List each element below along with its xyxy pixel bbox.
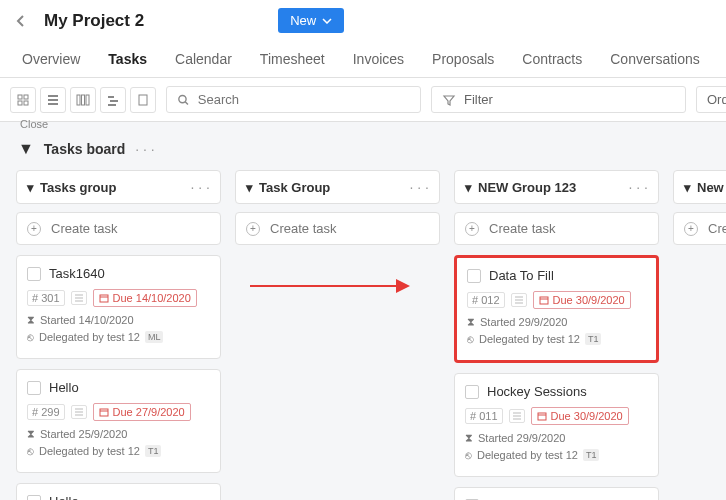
tab-invoices[interactable]: Invoices: [339, 41, 418, 77]
chevron-down-icon[interactable]: ▾: [27, 180, 34, 195]
create-task-button[interactable]: +Create task: [16, 212, 221, 245]
titlebar: My Project 2 New: [0, 0, 726, 41]
topbar: My Project 2 New OverviewTasksCalendarTi…: [0, 0, 726, 78]
link-icon: ⎋: [27, 331, 34, 343]
svg-rect-1: [24, 95, 28, 99]
back-button[interactable]: [12, 12, 30, 30]
avatar: ML: [145, 331, 164, 343]
svg-rect-0: [18, 95, 22, 99]
view-board-button[interactable]: [70, 87, 96, 113]
chevron-down-icon[interactable]: ▾: [246, 180, 253, 195]
due-badge: Due 14/10/2020: [93, 289, 197, 307]
board-header: ▼ Tasks board · · ·: [0, 128, 726, 170]
card-icon: [16, 93, 30, 107]
filter-box[interactable]: Filter: [431, 86, 686, 113]
board-more-button[interactable]: · · ·: [135, 141, 154, 157]
tab-timesheet[interactable]: Timesheet: [246, 41, 339, 77]
column-header: ▾Task Group· · ·: [235, 170, 440, 204]
new-button-label: New: [290, 13, 316, 28]
tab-overview[interactable]: Overview: [8, 41, 94, 77]
task-checkbox[interactable]: [27, 267, 41, 281]
create-task-button[interactable]: +Create task: [454, 212, 659, 245]
svg-rect-3: [24, 101, 28, 105]
svg-rect-19: [100, 295, 108, 302]
avatar: T1: [583, 449, 600, 461]
tab-contracts[interactable]: Contracts: [508, 41, 596, 77]
timeline-icon: [106, 93, 120, 107]
view-timeline-button[interactable]: [100, 87, 126, 113]
delegated-row: ⎋Delegated by test 12 T1: [27, 445, 210, 457]
collapse-icon[interactable]: ▼: [18, 140, 34, 158]
task-card[interactable]: Hello: [16, 483, 221, 500]
view-buttons: [10, 87, 156, 113]
started-row: ⧗Started 29/9/2020: [465, 431, 648, 444]
board-title: Tasks board: [44, 141, 125, 157]
close-link[interactable]: Close: [20, 118, 48, 130]
create-task-label: Create task: [51, 221, 117, 236]
column-title: Task Group: [259, 180, 330, 195]
task-title: Hello: [49, 494, 79, 500]
view-card-button[interactable]: [10, 87, 36, 113]
chevron-down-icon[interactable]: ▾: [684, 180, 691, 195]
create-task-button[interactable]: +Create task: [235, 212, 440, 245]
column-title: Tasks group: [40, 180, 116, 195]
order-box[interactable]: Orde: [696, 86, 726, 113]
due-badge: Due 30/9/2020: [531, 407, 629, 425]
plus-icon: +: [465, 222, 479, 236]
task-card[interactable]: Football Practice: [454, 487, 659, 500]
task-id: # 012: [467, 292, 505, 308]
delegated-row: ⎋Delegated by test 12 ML: [27, 331, 210, 343]
column-more-button[interactable]: · · ·: [629, 179, 648, 195]
new-button[interactable]: New: [278, 8, 344, 33]
column: ▾Task Group· · ·+Create task: [235, 170, 440, 500]
link-icon: ⎋: [465, 449, 472, 461]
plus-icon: +: [27, 222, 41, 236]
search-icon: [177, 93, 190, 107]
plus-icon: +: [246, 222, 260, 236]
create-task-label: Create task: [270, 221, 336, 236]
task-checkbox[interactable]: [27, 381, 41, 395]
avatar: T1: [145, 445, 162, 457]
task-card[interactable]: Hello# 299Due 27/9/2020⧗Started 25/9/202…: [16, 369, 221, 473]
tab-files[interactable]: Files: [714, 41, 726, 77]
tab-calendar[interactable]: Calendar: [161, 41, 246, 77]
view-page-button[interactable]: [130, 87, 156, 113]
svg-rect-13: [139, 95, 147, 105]
tab-proposals[interactable]: Proposals: [418, 41, 508, 77]
svg-rect-8: [82, 95, 85, 105]
link-icon: ⎋: [467, 333, 474, 345]
task-card[interactable]: Hockey Sessions# 011Due 30/9/2020⧗Starte…: [454, 373, 659, 477]
hourglass-icon: ⧗: [467, 315, 475, 328]
task-card[interactable]: Task1640# 301Due 14/10/2020⧗Started 14/1…: [16, 255, 221, 359]
delegated-row: ⎋Delegated by test 12 T1: [467, 333, 646, 345]
chevron-down-icon[interactable]: ▾: [465, 180, 472, 195]
column-header: ▾New task g· · ·: [673, 170, 726, 204]
task-checkbox[interactable]: [27, 495, 41, 501]
column-more-button[interactable]: · · ·: [191, 179, 210, 195]
hourglass-icon: ⧗: [27, 427, 35, 440]
svg-point-14: [179, 95, 186, 102]
task-checkbox[interactable]: [465, 385, 479, 399]
column-title: NEW Group 123: [478, 180, 576, 195]
task-id: # 299: [27, 404, 65, 420]
list-icon: [71, 291, 87, 305]
filter-label: Filter: [464, 92, 493, 107]
search-input[interactable]: [198, 92, 410, 107]
started-row: ⧗Started 14/10/2020: [27, 313, 210, 326]
svg-rect-9: [86, 95, 89, 105]
task-card[interactable]: Data To Fill# 012Due 30/9/2020⧗Started 2…: [454, 255, 659, 363]
search-box[interactable]: [166, 86, 421, 113]
calendar-icon: [99, 293, 109, 303]
tab-conversations[interactable]: Conversations: [596, 41, 714, 77]
calendar-icon: [99, 407, 109, 417]
task-checkbox[interactable]: [467, 269, 481, 283]
board-icon: [76, 93, 90, 107]
svg-rect-29: [540, 297, 548, 304]
create-task-button[interactable]: +Create ta: [673, 212, 726, 245]
task-title: Hockey Sessions: [487, 384, 587, 399]
view-list-button[interactable]: [40, 87, 66, 113]
svg-rect-7: [77, 95, 80, 105]
column: ▾NEW Group 123· · ·+Create taskData To F…: [454, 170, 659, 500]
column-more-button[interactable]: · · ·: [410, 179, 429, 195]
tab-tasks[interactable]: Tasks: [94, 41, 161, 77]
